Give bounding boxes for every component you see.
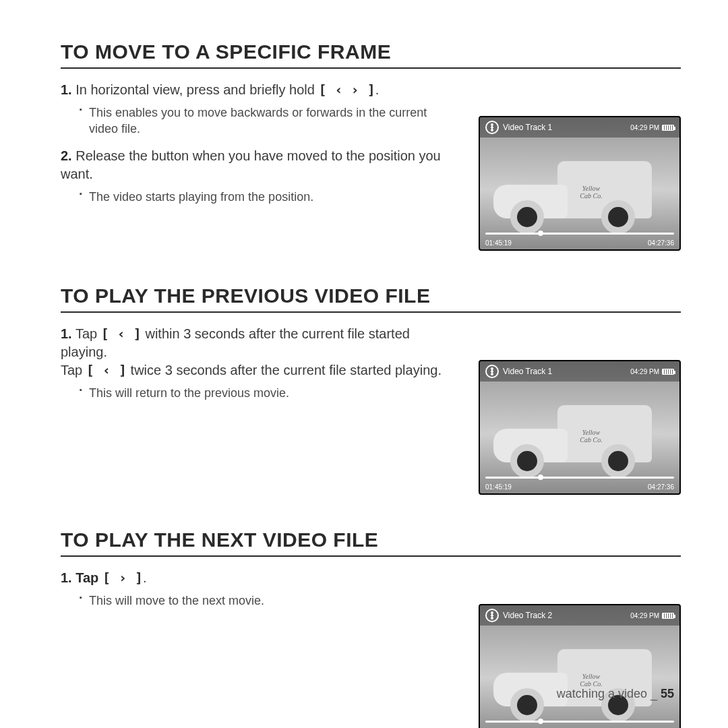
elapsed-time: 01:45:19 — [485, 483, 512, 491]
section-move-frame: 1. In horizontal view, press and briefly… — [61, 81, 681, 251]
section-prev-video: 1. Tap [ ‹ ] within 3 seconds after the … — [61, 325, 681, 495]
step-text: In horizontal view, press and briefly ho… — [72, 82, 319, 97]
bullet-group: This enables you to move backwards or fo… — [61, 104, 458, 138]
step-num: 1. — [61, 326, 72, 341]
car-illustration: YellowCab Co. — [493, 161, 662, 225]
progress-bar — [485, 721, 674, 723]
step-1: 1. Tap [ › ]. — [61, 569, 458, 587]
key-right: [ › ] — [102, 570, 143, 586]
film-reel-icon — [485, 121, 499, 134]
section-text: 1. Tap [ › ]. This will move to the next… — [61, 569, 479, 618]
door-text-1: Yellow — [582, 429, 600, 436]
progress-bar — [485, 233, 674, 235]
step-num: 2. — [61, 148, 72, 163]
car-illustration: YellowCab Co. — [493, 405, 662, 469]
door-text-1: Yellow — [582, 673, 600, 680]
step-num: 1. — [61, 570, 72, 585]
step-text: Tap — [72, 570, 102, 585]
heading-rule — [61, 311, 681, 313]
video-track-label: Video Track 1 — [503, 123, 552, 132]
elapsed-time: 01:45:19 — [485, 239, 512, 247]
video-track-label: Video Track 1 — [503, 367, 552, 376]
time-row: 01:45:19 04:27:36 — [485, 483, 674, 491]
section-heading-move-frame: TO MOVE TO A SPECIFIC FRAME — [61, 40, 681, 63]
total-time: 04:27:36 — [648, 483, 674, 491]
clock-label: 04:29 PM — [630, 612, 659, 619]
bullet: This will return to the previous movie. — [80, 385, 458, 401]
page-footer: watching a video _ 55 — [557, 687, 674, 701]
video-preview-3: Video Track 2 04:29 PM YellowCab Co. 01:… — [479, 604, 681, 728]
bullet-group: This will move to the next movie. — [61, 593, 458, 609]
door-text-2: Cab Co. — [580, 192, 602, 200]
step-text-4: twice 3 seconds after the current file s… — [127, 363, 442, 377]
key-left-2: [ ‹ ] — [86, 362, 127, 378]
battery-icon — [662, 613, 674, 619]
step-1: 1. In horizontal view, press and briefly… — [61, 81, 458, 99]
film-reel-icon — [485, 365, 499, 378]
step-2: 2. Release the button when you have move… — [61, 147, 458, 183]
section-text: 1. In horizontal view, press and briefly… — [61, 81, 479, 214]
step-text-3: Tap — [61, 363, 86, 377]
step-text: Tap — [72, 326, 101, 341]
bullet: This enables you to move backwards or fo… — [80, 104, 458, 138]
video-preview-2: Video Track 1 04:29 PM YellowCab Co. 01:… — [479, 360, 681, 495]
total-time: 04:27:36 — [648, 239, 674, 247]
bullet-group: This will return to the previous movie. — [61, 385, 458, 401]
key-left: [ ‹ ] — [101, 326, 142, 342]
step-text: Release the button when you have moved t… — [61, 148, 441, 181]
bullet: This will move to the next movie. — [80, 593, 458, 609]
step-1: 1. Tap [ ‹ ] within 3 seconds after the … — [61, 325, 458, 380]
section-next-video: 1. Tap [ › ]. This will move to the next… — [61, 569, 681, 728]
section-heading-next-video: TO PLAY THE NEXT VIDEO FILE — [61, 528, 681, 551]
door-text-2: Cab Co. — [580, 436, 602, 444]
video-preview-1: Video Track 1 04:29 PM YellowCab Co. 01:… — [479, 116, 681, 251]
video-track-label: Video Track 2 — [503, 611, 552, 620]
clock-label: 04:29 PM — [630, 368, 659, 375]
step-num: 1. — [61, 82, 72, 97]
bullet-group: The video starts playing from the positi… — [61, 189, 458, 205]
footer-label: watching a video _ — [557, 687, 661, 700]
car-illustration: YellowCab Co. — [493, 649, 662, 713]
battery-icon — [662, 125, 674, 131]
door-text-1: Yellow — [582, 185, 600, 192]
page-number: 55 — [661, 687, 674, 700]
film-reel-icon — [485, 609, 499, 622]
heading-rule — [61, 67, 681, 69]
time-row: 01:45:19 04:27:36 — [485, 239, 674, 247]
bullet: The video starts playing from the positi… — [80, 189, 458, 205]
clock-label: 04:29 PM — [630, 124, 659, 131]
heading-rule — [61, 555, 681, 557]
progress-bar — [485, 477, 674, 479]
section-text: 1. Tap [ ‹ ] within 3 seconds after the … — [61, 325, 479, 411]
screen-statusbar: Video Track 1 04:29 PM — [480, 361, 679, 382]
step-text-end: . — [143, 570, 147, 585]
battery-icon — [662, 369, 674, 375]
key-left-right: [ ‹ › ] — [318, 82, 375, 98]
screen-statusbar: Video Track 1 04:29 PM — [480, 117, 679, 138]
step-text-end: . — [375, 82, 380, 97]
section-heading-prev-video: TO PLAY THE PREVIOUS VIDEO FILE — [61, 284, 681, 307]
screen-statusbar: Video Track 2 04:29 PM — [480, 605, 679, 626]
